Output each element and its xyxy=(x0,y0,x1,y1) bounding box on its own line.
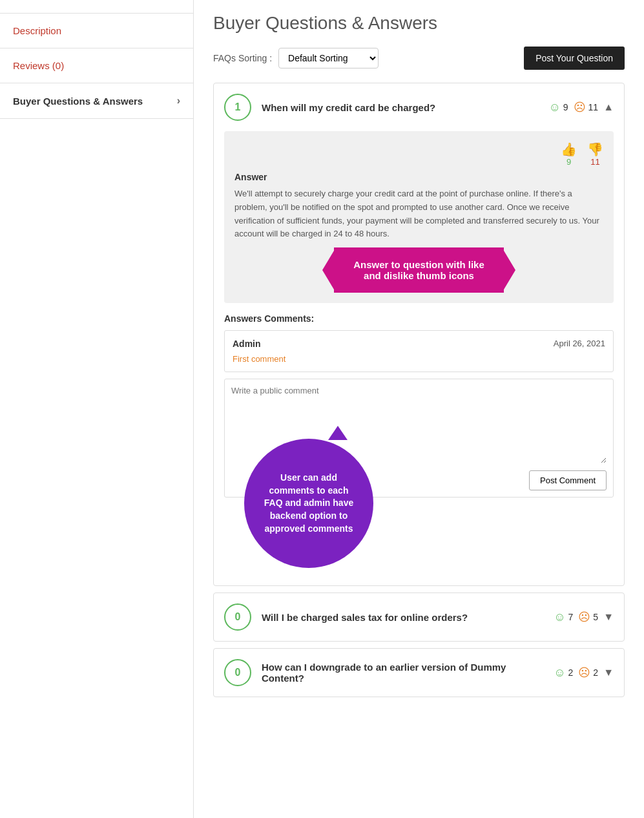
thumbup-count: 9 xyxy=(566,157,571,167)
faq-question-row: 1 When will my credit card be charged? ☺… xyxy=(213,83,625,586)
answers-comments-section: Answers Comments: Admin April 26, 2021 F… xyxy=(224,313,614,372)
page-title: Buyer Questions & Answers xyxy=(213,13,625,34)
sad-icon: ☹ xyxy=(578,666,590,680)
comment-date: April 26, 2021 xyxy=(554,339,605,349)
faq-toggle-button[interactable] xyxy=(603,667,614,678)
chevron-right-icon: › xyxy=(177,95,180,107)
faq-votes: ☺ 2 ☹ 2 xyxy=(554,666,614,680)
faq-sorting-label: FAQs Sorting : xyxy=(213,53,272,63)
faq-votes: ☺ 9 ☹ 11 xyxy=(548,100,614,114)
faq-toggle-button[interactable] xyxy=(603,611,614,623)
answer-callout-wrap: Answer to question with likeand dislike … xyxy=(234,247,603,293)
answers-comments-label: Answers Comments: xyxy=(224,313,614,324)
comment-callout-text: User can add comments to each FAQ and ad… xyxy=(260,472,358,535)
faq-question-header: 1 When will my credit card be charged? ☺… xyxy=(214,83,624,131)
faq-answer-section: 👍 9 👎 11 Answer We'll attempt to securel… xyxy=(224,131,614,303)
answer-thumbdown-button[interactable]: 👎 11 xyxy=(587,142,603,167)
faq-number-circle: 0 xyxy=(224,659,251,686)
faq-question-row: 0 Will I be charged sales tax for online… xyxy=(213,593,625,642)
faq-questions-area: 1 When will my credit card be charged? ☺… xyxy=(213,83,625,697)
sidebar-item-label: Buyer Questions & Answers xyxy=(13,96,143,107)
sidebar-item-reviews[interactable]: Reviews (0) xyxy=(0,48,193,83)
comment-header: Admin April 26, 2021 xyxy=(233,339,605,349)
faq-sorting-left: FAQs Sorting : Default Sorting xyxy=(213,48,379,68)
sad-vote: ☹ 2 xyxy=(578,666,598,680)
happy-count: 7 xyxy=(568,612,574,622)
sad-icon: ☹ xyxy=(574,100,586,114)
faq-votes: ☺ 7 ☹ 5 xyxy=(554,610,614,624)
comment-author: Admin xyxy=(233,339,261,349)
sad-count: 5 xyxy=(593,612,598,622)
answer-label: Answer xyxy=(234,172,603,182)
happy-vote: ☺ 2 xyxy=(554,666,573,680)
faq-question-row: 0 How can I downgrade to an earlier vers… xyxy=(213,648,625,697)
comment-text: First comment xyxy=(233,354,605,364)
happy-icon: ☺ xyxy=(548,101,560,114)
post-comment-button[interactable]: Post Comment xyxy=(529,470,607,490)
thumbup-icon: 👍 xyxy=(561,142,577,157)
faq-question-header: 0 Will I be charged sales tax for online… xyxy=(214,593,624,641)
sad-count: 11 xyxy=(588,102,599,112)
happy-icon: ☺ xyxy=(554,611,565,624)
happy-vote: ☺ 7 xyxy=(554,611,573,624)
happy-count: 9 xyxy=(563,102,568,112)
faq-question-text: How can I downgrade to an earlier versio… xyxy=(262,662,543,684)
sad-icon: ☹ xyxy=(578,610,590,624)
faq-number-circle: 1 xyxy=(224,94,251,121)
sidebar-item-description[interactable]: Description xyxy=(0,13,193,48)
happy-vote: ☺ 9 xyxy=(548,101,568,114)
thumbdown-count: 11 xyxy=(590,157,599,167)
faq-number-circle: 0 xyxy=(224,603,251,631)
faq-question-text: When will my credit card be charged? xyxy=(262,102,538,113)
sad-count: 2 xyxy=(593,667,598,678)
faq-sorting-select[interactable]: Default Sorting xyxy=(278,48,379,68)
faq-question-text: Will I be charged sales tax for online o… xyxy=(262,612,543,623)
sad-vote: ☹ 5 xyxy=(578,610,598,624)
comment-row: Admin April 26, 2021 First comment xyxy=(224,330,614,372)
write-comment-wrap: Post Comment User can add comments to ea… xyxy=(224,379,614,498)
thumbdown-icon: 👎 xyxy=(587,142,603,157)
sidebar-item-label: Reviews (0) xyxy=(13,60,64,71)
faq-question-header: 0 How can I downgrade to an earlier vers… xyxy=(214,649,624,697)
happy-icon: ☺ xyxy=(554,666,565,680)
callout-text: Answer to question with likeand dislike … xyxy=(353,259,484,281)
sidebar-item-label: Description xyxy=(13,25,61,36)
comment-callout-bubble: User can add comments to each FAQ and ad… xyxy=(244,439,373,568)
answer-thumbup-button[interactable]: 👍 9 xyxy=(561,142,577,167)
answer-text: We'll attempt to securely charge your cr… xyxy=(234,187,603,241)
answer-vote-row: 👍 9 👎 11 xyxy=(234,142,603,167)
faq-sorting-bar: FAQs Sorting : Default Sorting Post Your… xyxy=(213,47,625,70)
sad-vote: ☹ 11 xyxy=(574,100,599,114)
sidebar-item-buyer-qa[interactable]: Buyer Questions & Answers › xyxy=(0,83,193,119)
post-question-button[interactable]: Post Your Question xyxy=(524,47,625,70)
faq-toggle-button[interactable] xyxy=(603,101,614,113)
sidebar: Description Reviews (0) Buyer Questions … xyxy=(0,0,194,818)
answer-callout-banner: Answer to question with likeand dislike … xyxy=(334,247,504,293)
main-content: Buyer Questions & Answers FAQs Sorting :… xyxy=(194,0,644,818)
happy-count: 2 xyxy=(568,667,574,678)
